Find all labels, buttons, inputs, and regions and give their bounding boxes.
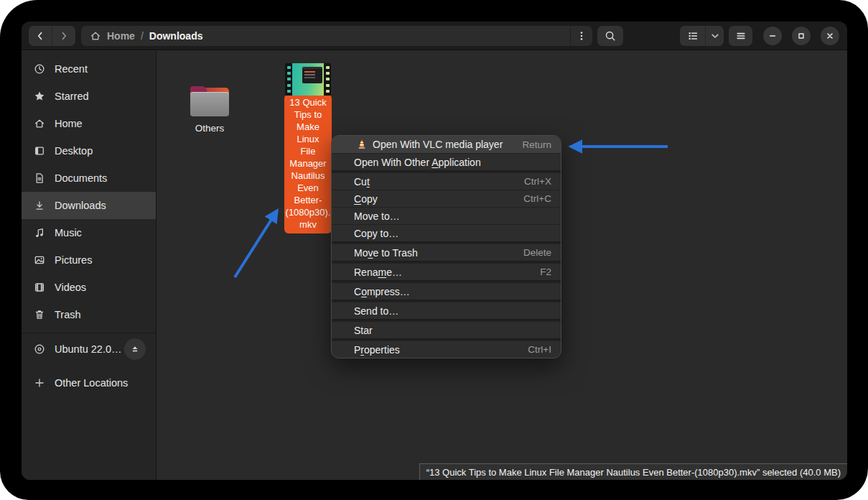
- star-icon: [34, 91, 45, 102]
- file-tile-others[interactable]: Others: [185, 86, 235, 134]
- desktop-icon: [34, 145, 45, 157]
- menu-item-label: Star: [354, 325, 373, 336]
- home-icon: [34, 118, 45, 129]
- nav-button-group: [29, 26, 75, 46]
- menu-item-label: Copy: [354, 193, 378, 205]
- file-name-line: Tips to: [284, 108, 332, 121]
- path-bar: Home / Downloads: [81, 26, 592, 46]
- maximize-button[interactable]: [792, 27, 811, 45]
- minimize-icon: [767, 30, 778, 42]
- view-options-button[interactable]: [706, 26, 724, 46]
- sidebar-item-starred[interactable]: Starred: [22, 83, 156, 110]
- sidebar-item-label: Recent: [55, 63, 88, 75]
- menu-item-accelerator: F2: [530, 267, 551, 277]
- sidebar-item-home[interactable]: Home: [22, 110, 156, 137]
- disc-icon: [34, 343, 45, 355]
- file-name-line: 13 Quick: [284, 96, 332, 108]
- maximize-icon: [795, 30, 807, 42]
- menu-item-rename[interactable]: Rename…F2: [332, 263, 561, 280]
- menu-item-compress[interactable]: Compress…: [332, 282, 561, 300]
- menu-item-send-to[interactable]: Send to…: [332, 302, 561, 319]
- menu-item-accelerator: Delete: [513, 247, 551, 258]
- sidebar-item-recent[interactable]: Recent: [22, 55, 156, 83]
- search-button[interactable]: [597, 26, 623, 46]
- sidebar-item-downloads[interactable]: Downloads: [22, 192, 156, 219]
- sidebar-item-ubuntu-volume[interactable]: Ubuntu 22.0…: [22, 335, 156, 363]
- video-thumbnail-icon: [285, 63, 331, 96]
- sidebar-gap: [22, 363, 156, 369]
- sidebar-item-documents[interactable]: Documents: [22, 165, 156, 192]
- list-view-icon: [687, 30, 699, 42]
- menu-item-cut[interactable]: CutCtrl+X: [332, 172, 561, 190]
- sidebar-item-label: Desktop: [55, 145, 93, 157]
- breadcrumb-home[interactable]: Home: [107, 30, 135, 42]
- nautilus-window: Home / Downloads RecentStarredHomeDeskto…: [22, 22, 847, 480]
- menu-item-copy[interactable]: CopyCtrl+C: [332, 190, 561, 207]
- sidebar-item-pictures[interactable]: Pictures: [22, 246, 156, 274]
- sidebar-item-desktop[interactable]: Desktop: [22, 137, 156, 165]
- menu-item-move-to[interactable]: Move to…: [332, 207, 561, 224]
- breadcrumb: Home / Downloads: [81, 30, 570, 42]
- chevron-down-icon: [709, 30, 721, 42]
- minimize-button[interactable]: [763, 27, 782, 45]
- menu-item-label: Cut: [354, 176, 370, 188]
- close-icon: [824, 30, 836, 42]
- sidebar-item-label: Home: [55, 118, 83, 129]
- sidebar-item-label: Documents: [55, 172, 107, 184]
- menu-item-label: Send to…: [354, 305, 398, 317]
- music-icon: [34, 227, 45, 239]
- sidebar-item-label: Ubuntu 22.0…: [55, 343, 122, 355]
- sidebar-separator: [22, 333, 156, 333]
- file-name: Others: [185, 123, 235, 134]
- hamburger-icon: [735, 30, 747, 42]
- file-name-line: File: [284, 145, 332, 157]
- menu-item-accelerator: Return: [512, 139, 551, 150]
- menu-item-accelerator: Ctrl+I: [518, 344, 551, 355]
- path-menu-button[interactable]: [570, 26, 592, 46]
- status-text: “13 Quick Tips to Make Linux File Manage…: [426, 467, 841, 478]
- menu-item-label: Move to Trash: [354, 247, 418, 259]
- clock-icon: [34, 63, 45, 75]
- eject-icon: [129, 343, 141, 355]
- menu-item-open-with-other-application[interactable]: Open With Other Application: [332, 153, 561, 170]
- selected-file-name: 13 QuickTips toMake LinuxFileManagerNaut…: [284, 94, 332, 233]
- file-name-line: (1080p30).: [284, 206, 332, 218]
- kebab-icon: [576, 30, 587, 42]
- vlc-icon: [356, 139, 368, 150]
- context-menu: Open With VLC media playerReturnOpen Wit…: [331, 135, 561, 358]
- app-menu-button[interactable]: [729, 26, 752, 46]
- sidebar-item-label: Downloads: [55, 200, 106, 211]
- chevron-right-icon: [58, 30, 70, 42]
- sidebar-item-label: Trash: [55, 309, 81, 320]
- menu-item-label: Rename…: [354, 267, 402, 278]
- sidebar-item-music[interactable]: Music: [22, 219, 156, 246]
- menu-item-accelerator: Ctrl+X: [514, 176, 551, 187]
- film-icon: [34, 282, 45, 293]
- sidebar-item-label: Other Locations: [55, 377, 128, 389]
- file-tile-video-selected[interactable]: 13 QuickTips toMake LinuxFileManagerNaut…: [284, 63, 332, 233]
- back-button[interactable]: [29, 26, 52, 46]
- file-name-line: Better-: [284, 194, 332, 206]
- menu-item-label: Open With Other Application: [354, 157, 481, 168]
- menu-item-label: Copy to…: [354, 228, 398, 239]
- picture-icon: [34, 254, 45, 266]
- menu-item-move-to-trash[interactable]: Move to TrashDelete: [332, 244, 561, 261]
- menu-item-open-with-vlc[interactable]: Open With VLC media playerReturn: [332, 136, 561, 153]
- file-name-line: Even: [284, 182, 332, 194]
- view-switcher: [680, 26, 724, 46]
- sidebar-item-other-locations[interactable]: Other Locations: [22, 369, 156, 397]
- menu-item-properties[interactable]: PropertiesCtrl+I: [332, 341, 561, 358]
- eject-button[interactable]: [124, 338, 146, 360]
- sidebar-item-label: Pictures: [55, 254, 92, 266]
- sidebar-item-videos[interactable]: Videos: [22, 274, 156, 301]
- menu-item-label: Open With VLC media player: [373, 139, 503, 150]
- menu-item-copy-to[interactable]: Copy to…: [332, 224, 561, 241]
- breadcrumb-current[interactable]: Downloads: [149, 30, 203, 42]
- sidebar-item-trash[interactable]: Trash: [22, 301, 156, 328]
- download-icon: [34, 200, 45, 211]
- close-button[interactable]: [821, 27, 839, 45]
- menu-item-star[interactable]: Star: [332, 321, 561, 338]
- forward-button[interactable]: [52, 26, 75, 46]
- sidebar-item-label: Starred: [55, 91, 89, 102]
- list-view-button[interactable]: [680, 26, 705, 46]
